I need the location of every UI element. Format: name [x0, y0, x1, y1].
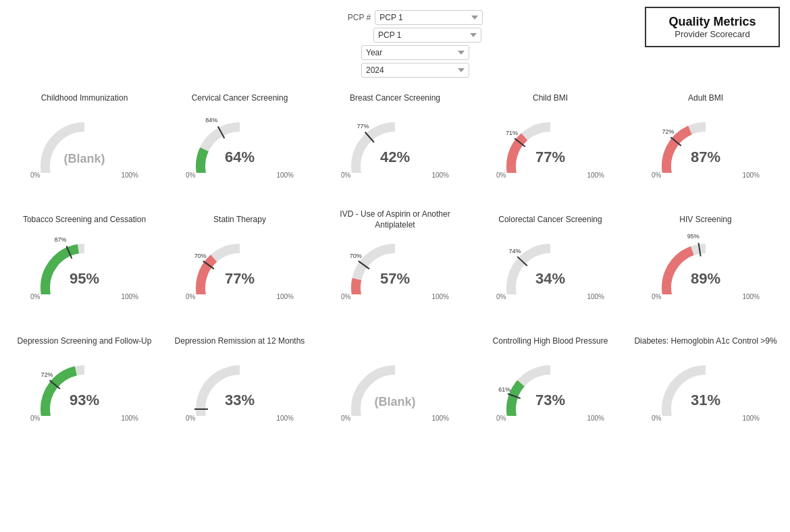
- year-filter-row: Year: [361, 45, 469, 60]
- gauge-wrapper-blank-middle: (Blank): [341, 355, 449, 416]
- gauge-value-child-bmi: 77%: [535, 149, 565, 166]
- gauge-wrapper-tobacco-screening: 87%95%: [30, 234, 138, 294]
- gauge-value-cervical-cancer: 64%: [225, 149, 255, 166]
- year-select[interactable]: 2024: [361, 63, 469, 78]
- gauge-value-hiv-screening: 89%: [691, 270, 720, 288]
- header-area: PCP # PCP 1 PCP 1 Year 2024 Quality Metr…: [0, 0, 790, 78]
- gauge-wrapper-child-bmi: 71%77%: [496, 112, 604, 173]
- gauge-wrapper-breast-cancer: 77%42%: [341, 112, 449, 173]
- gauge-title-depression-remission: Depression Remission at 12 Months: [175, 331, 305, 352]
- gauge-cell-tobacco-screening: Tobacco Screening and Cessation87%95%0%1…: [7, 206, 162, 300]
- gauge-wrapper-controlling-bp: 61%73%: [496, 355, 604, 416]
- year-label-select[interactable]: Year: [361, 45, 469, 60]
- main-title: Quality Metrics: [660, 15, 765, 29]
- svg-text:84%: 84%: [205, 117, 217, 124]
- gauge-title-tobacco-screening: Tobacco Screening and Cessation: [23, 209, 146, 231]
- gauge-title-child-bmi: Child BMI: [533, 88, 568, 109]
- gauge-cell-depression-screening: Depression Screening and Follow-Up72%93%…: [7, 327, 162, 422]
- svg-text:72%: 72%: [662, 128, 675, 135]
- gauge-wrapper-statin-therapy: 70%77%: [186, 234, 294, 294]
- gauge-title-adult-bmi: Adult BMI: [688, 88, 723, 109]
- title-box: Quality Metrics Provider Scorecard: [645, 7, 780, 47]
- gauge-value-colorectal-cancer: 34%: [535, 270, 565, 288]
- gauge-wrapper-hiv-screening: 95%89%: [652, 234, 760, 294]
- gauge-value-adult-bmi: 87%: [691, 149, 720, 166]
- gauge-value-breast-cancer: 42%: [380, 149, 410, 166]
- gauge-title-childhood-immunization: Childhood Immunization: [41, 88, 128, 109]
- gauge-cell-adult-bmi: Adult BMI72%87%0%100%: [628, 84, 783, 179]
- svg-text:87%: 87%: [54, 236, 66, 243]
- pcp-value-select[interactable]: PCP 1: [373, 28, 481, 43]
- pcp-select[interactable]: PCP 1: [375, 10, 483, 25]
- gauge-cell-ivd-aspirin: IVD - Use of Aspirin or Another Antiplat…: [317, 206, 473, 300]
- gauge-value-childhood-immunization: (Blank): [63, 152, 105, 166]
- sub-title: Provider Scorecard: [660, 29, 765, 39]
- gauge-wrapper-colorectal-cancer: 74%34%: [496, 234, 604, 294]
- gauge-title-colorectal-cancer: Colorectal Cancer Screening: [498, 209, 602, 231]
- gauge-title-statin-therapy: Statin Therapy: [213, 209, 266, 231]
- gauge-wrapper-cervical-cancer: 84%64%: [186, 112, 294, 173]
- gauge-title-cervical-cancer: Cervical Cancer Screening: [192, 88, 288, 109]
- svg-text:70%: 70%: [194, 252, 207, 259]
- svg-text:77%: 77%: [357, 123, 369, 130]
- gauge-value-tobacco-screening: 95%: [70, 270, 99, 288]
- gauge-cell-statin-therapy: Statin Therapy70%77%0%100%: [162, 206, 317, 300]
- gauge-title-controlling-bp: Controlling High Blood Pressure: [493, 331, 608, 352]
- gauge-cell-colorectal-cancer: Colorectal Cancer Screening74%34%0%100%: [473, 206, 628, 300]
- gauge-title-depression-screening: Depression Screening and Follow-Up: [18, 331, 152, 352]
- filters-area: PCP # PCP 1 PCP 1 Year 2024: [348, 7, 483, 78]
- svg-text:72%: 72%: [41, 371, 53, 378]
- svg-text:70%: 70%: [350, 252, 362, 259]
- gauge-title-hiv-screening: HIV Screening: [679, 209, 731, 231]
- gauge-value-ivd-aspirin: 57%: [380, 270, 410, 288]
- gauge-cell-diabetes-a1c: Diabetes: Hemoglobin A1c Control >9%12%3…: [628, 327, 783, 422]
- svg-text:74%: 74%: [509, 248, 521, 255]
- pcp-value-row: PCP 1: [349, 28, 481, 43]
- gauge-wrapper-childhood-immunization: (Blank): [30, 112, 138, 173]
- year-value-row: 2024: [361, 63, 469, 78]
- gauge-value-diabetes-a1c: 31%: [691, 392, 720, 409]
- gauges-grid: Childhood Immunization(Blank)0%100%Cervi…: [0, 78, 790, 422]
- gauge-cell-blank-middle: (Blank)0%100%: [317, 327, 473, 422]
- svg-text:95%: 95%: [687, 234, 700, 240]
- gauge-value-depression-remission: 33%: [225, 392, 255, 409]
- gauge-wrapper-depression-remission: 33%: [186, 355, 294, 416]
- gauge-title-ivd-aspirin: IVD - Use of Aspirin or Another Antiplat…: [321, 209, 469, 231]
- gauge-title-breast-cancer: Breast Cancer Screening: [350, 88, 440, 109]
- gauge-value-statin-therapy: 77%: [225, 270, 255, 288]
- gauge-cell-cervical-cancer: Cervical Cancer Screening84%64%0%100%: [162, 84, 317, 179]
- gauge-value-depression-screening: 93%: [70, 392, 99, 409]
- gauge-wrapper-ivd-aspirin: 70%57%: [341, 234, 449, 294]
- gauge-wrapper-adult-bmi: 72%87%: [652, 112, 760, 173]
- gauge-cell-depression-remission: Depression Remission at 12 Months33%0%10…: [162, 327, 317, 422]
- gauge-cell-breast-cancer: Breast Cancer Screening77%42%0%100%: [317, 84, 473, 179]
- svg-text:61%: 61%: [498, 386, 510, 393]
- gauge-value-controlling-bp: 73%: [535, 392, 565, 409]
- gauge-value-blank-middle: (Blank): [374, 395, 415, 409]
- svg-text:71%: 71%: [506, 130, 518, 136]
- gauge-cell-controlling-bp: Controlling High Blood Pressure61%73%0%1…: [473, 327, 628, 422]
- gauge-cell-child-bmi: Child BMI71%77%0%100%: [473, 84, 628, 179]
- gauge-cell-childhood-immunization: Childhood Immunization(Blank)0%100%: [7, 84, 162, 179]
- gauge-cell-hiv-screening: HIV Screening95%89%0%100%: [628, 206, 783, 300]
- gauge-title-diabetes-a1c: Diabetes: Hemoglobin A1c Control >9%: [634, 331, 776, 352]
- pcp-label: PCP #: [348, 13, 371, 22]
- pcp-filter-row: PCP # PCP 1: [348, 10, 483, 25]
- gauge-wrapper-diabetes-a1c: 12%31%: [652, 355, 760, 416]
- gauge-wrapper-depression-screening: 72%93%: [30, 355, 138, 416]
